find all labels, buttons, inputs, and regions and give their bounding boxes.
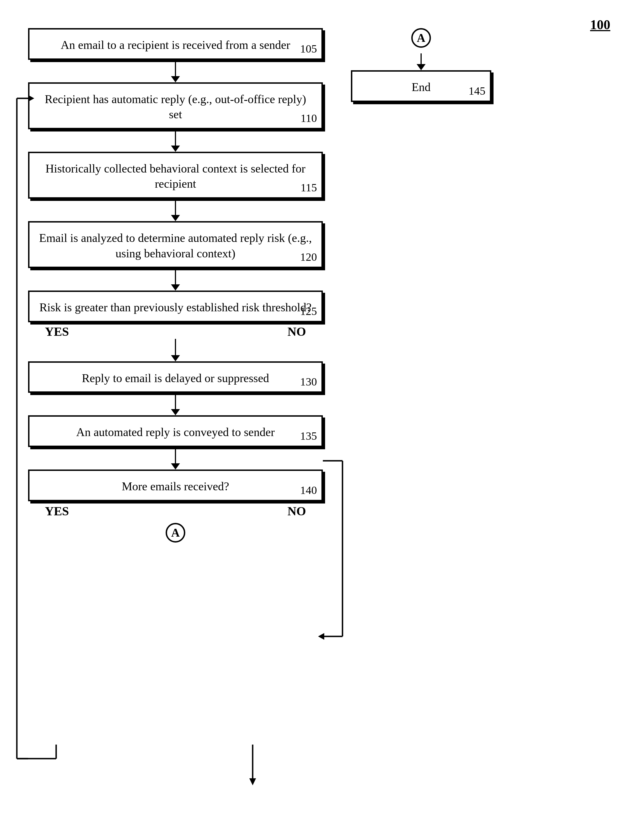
connector-a-bottom-circle: A (166, 523, 185, 543)
box-120: Email is analyzed to determine automated… (28, 221, 323, 268)
yes-no-125: YES NO (28, 324, 323, 339)
svg-marker-11 (249, 778, 256, 785)
box-115: Historically collected behavioral contex… (28, 152, 323, 198)
no-label-140: NO (287, 504, 306, 518)
arrow-130-135 (28, 393, 323, 415)
page-label: 100 (590, 17, 610, 32)
arrow-120-125 (28, 268, 323, 291)
arrow-to-end (351, 53, 491, 70)
svg-marker-9 (318, 633, 324, 640)
no-label-125: NO (287, 324, 306, 339)
box-105: An email to a recipient is received from… (28, 28, 323, 60)
arrow-125-130 (28, 339, 323, 361)
box-140: More emails received? 140 (28, 469, 323, 501)
right-panel: A End 145 (351, 28, 491, 102)
arrow-110-115 (28, 129, 323, 152)
yes-no-140: YES NO (28, 501, 323, 518)
arrow-135-140 (28, 447, 323, 469)
arrow-115-120 (28, 198, 323, 221)
box-110: Recipient has automatic reply (e.g., out… (28, 82, 323, 129)
arrow-105-110 (28, 60, 323, 82)
box-135: An automated reply is conveyed to sender… (28, 415, 323, 447)
decision-125-area: Risk is greater than previously establis… (28, 291, 323, 339)
end-box: End 145 (351, 70, 491, 102)
connector-a-top-circle: A (411, 28, 431, 48)
flowchart-main: An email to a recipient is received from… (28, 28, 323, 543)
yes-label-125: YES (45, 324, 69, 339)
yes-label-140: YES (45, 504, 69, 518)
box-125: Risk is greater than previously establis… (28, 291, 323, 322)
box-130: Reply to email is delayed or suppressed … (28, 361, 323, 393)
